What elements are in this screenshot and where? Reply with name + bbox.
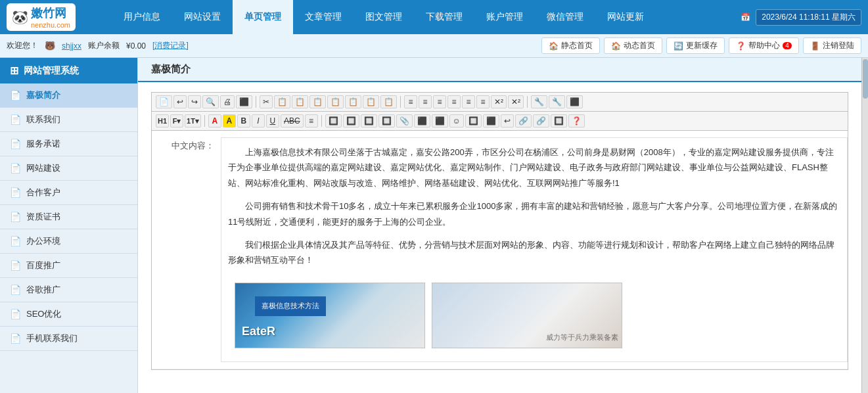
tb-paste-btn[interactable]: 📋 bbox=[292, 95, 308, 108]
tb-copy-btn[interactable]: 📋 bbox=[274, 95, 290, 108]
file-icon: 📄 bbox=[10, 90, 21, 101]
dynamic-home-button[interactable]: 🏠 动态首页 bbox=[604, 37, 662, 54]
tb-break-btn[interactable]: ↩ bbox=[501, 114, 514, 127]
sidebar-item-seo[interactable]: 📄 SEO优化 bbox=[0, 302, 137, 327]
sidebar-label: SEO优化 bbox=[26, 308, 61, 320]
tb-find-btn[interactable]: 🔍 bbox=[202, 95, 219, 108]
tb-table-btn[interactable]: ⬛ bbox=[432, 114, 448, 127]
tb-bold-btn[interactable]: B bbox=[237, 114, 250, 127]
tb-ul-btn[interactable]: ≡ bbox=[476, 95, 490, 108]
file-icon: 📄 bbox=[10, 114, 21, 125]
sidebar-item-mobile-contact[interactable]: 📄 手机联系我们 bbox=[0, 327, 137, 351]
tb-media-btn[interactable]: ⬛ bbox=[414, 114, 430, 127]
tb-template-btn[interactable]: 🔲 bbox=[465, 114, 482, 127]
tb-h1-btn[interactable]: H1 bbox=[156, 114, 169, 127]
tb-align-justify-btn[interactable]: ≡ bbox=[447, 95, 461, 108]
tb-spell2-btn[interactable]: 🔧 bbox=[549, 95, 565, 108]
tb-fontcolor-btn[interactable]: A bbox=[208, 114, 221, 127]
sidebar-item-baidu[interactable]: 📄 百度推广 bbox=[0, 254, 137, 278]
tb-img4-btn[interactable]: 🔲 bbox=[378, 114, 395, 127]
tb-outdent-btn[interactable]: ✕² bbox=[508, 95, 524, 108]
tb-spell-btn[interactable]: 🔧 bbox=[531, 95, 547, 108]
tb-unlink-btn[interactable]: 🔗 bbox=[533, 114, 549, 127]
sidebar-item-contact[interactable]: 📄 联系我们 bbox=[0, 108, 137, 132]
nav-item-update[interactable]: 网站更新 bbox=[595, 0, 656, 34]
tb-align-right-btn[interactable]: ≡ bbox=[433, 95, 446, 108]
tb-blockquote-btn[interactable]: ≡ bbox=[305, 114, 318, 127]
editor-container: 📄 ↩ ↪ 🔍 🖨 ⬛ ✂ 📋 📋 📋 📋 📋 📋 📋 bbox=[151, 92, 848, 370]
tb-link-btn[interactable]: 🔗 bbox=[515, 114, 532, 127]
tb-paste-text-btn[interactable]: 📋 bbox=[309, 95, 326, 108]
sidebar-item-jiaji-intro[interactable]: 📄 嘉极简介 bbox=[0, 83, 137, 108]
tb-word-count-btn[interactable]: 📋 bbox=[380, 95, 397, 108]
username-link[interactable]: shjjxx bbox=[62, 41, 81, 51]
tb-attach-btn[interactable]: 📎 bbox=[396, 114, 413, 127]
tb-ol-btn[interactable]: ≡ bbox=[462, 95, 475, 108]
tb-img3-btn[interactable]: 🔲 bbox=[361, 114, 377, 127]
nav-item-download[interactable]: 下载管理 bbox=[414, 0, 474, 34]
nav-item-singlepage[interactable]: 单页管理 bbox=[233, 0, 293, 34]
logo-main-text: 嫩竹网 bbox=[31, 5, 70, 21]
form-content-area: 上海嘉极信息技术有限公司坐落于古城嘉定，嘉安公路200弄，市区分公司在杨浦区，公… bbox=[214, 137, 848, 362]
tb-cut-btn[interactable]: ✂ bbox=[260, 95, 273, 108]
sidebar-item-qualifications[interactable]: 📄 资质证书 bbox=[0, 205, 137, 229]
sidebar-label: 网站建设 bbox=[26, 162, 60, 174]
logo[interactable]: 🐼 嫩竹网 nenzhu.com bbox=[7, 3, 76, 31]
tb-align-left-btn[interactable]: ≡ bbox=[404, 95, 417, 108]
sidebar-item-promise[interactable]: 📄 服务承诺 bbox=[0, 132, 137, 156]
help-center-button[interactable]: ❓ 帮助中心 4 bbox=[729, 37, 799, 54]
logout-button[interactable]: 🚪 注销登陆 bbox=[803, 37, 861, 54]
nav-item-wechat[interactable]: 微信管理 bbox=[535, 0, 595, 34]
tb-font-select-btn[interactable]: F▾ bbox=[170, 114, 183, 127]
tb-fontsize-btn[interactable]: 1T▾ bbox=[185, 114, 201, 127]
sidebar-label: 谷歌推广 bbox=[26, 284, 60, 296]
tb-anchor-btn[interactable]: 🔲 bbox=[551, 114, 567, 127]
tb-chars-btn[interactable]: ⬛ bbox=[483, 114, 499, 127]
tb-remove-format-btn[interactable]: 📋 bbox=[363, 95, 379, 108]
refresh-cache-button[interactable]: 🔄 更新缓存 bbox=[666, 37, 725, 54]
static-home-button[interactable]: 🏠 静态首页 bbox=[541, 37, 600, 54]
nav-item-articles[interactable]: 文章管理 bbox=[293, 0, 354, 34]
account-label: 账户余额 bbox=[88, 40, 120, 51]
consume-record-link[interactable]: [消费记录] bbox=[152, 40, 189, 51]
tb-smiley-btn[interactable]: ☺ bbox=[449, 114, 464, 127]
tb-img-btn[interactable]: 🔲 bbox=[325, 114, 342, 127]
nav-links: 用户信息 网站设置 单页管理 文章管理 图文管理 下载管理 账户管理 微信管理 … bbox=[112, 0, 741, 34]
refresh-icon: 🔄 bbox=[674, 41, 683, 51]
tb-italic-btn[interactable]: I bbox=[252, 114, 265, 127]
sidebar-header: ⊞ 网站管理系统 bbox=[0, 58, 137, 83]
file-icon: 📄 bbox=[10, 309, 21, 319]
sidebar-item-partners[interactable]: 📄 合作客户 bbox=[0, 181, 137, 205]
tb-align-center-btn[interactable]: ≡ bbox=[419, 95, 432, 108]
tb-indent-btn[interactable]: ✕² bbox=[491, 95, 507, 108]
img-sign-box: 嘉极信息技术方法 bbox=[255, 296, 326, 316]
tb-bgcolor-btn[interactable]: A bbox=[223, 114, 236, 127]
tb-source-btn[interactable]: 📄 bbox=[156, 95, 172, 108]
tb-fullscreen-btn[interactable]: ⬛ bbox=[236, 95, 252, 108]
tb-help-btn[interactable]: ❓ bbox=[568, 114, 585, 127]
tb-strike-btn[interactable]: ABC bbox=[281, 114, 304, 127]
tb-redo-btn[interactable]: ↪ bbox=[188, 95, 201, 108]
img-sign-text: EateR bbox=[242, 321, 275, 342]
img2-overlay-text: 威力等于兵力乘装备素 bbox=[546, 331, 618, 344]
sidebar-item-office[interactable]: 📄 办公环境 bbox=[0, 229, 137, 254]
chinese-content-editor[interactable]: 上海嘉极信息技术有限公司坐落于古城嘉定，嘉安公路200弄，市区分公司在杨浦区，公… bbox=[221, 137, 848, 362]
editor-toolbar: 📄 ↩ ↪ 🔍 🖨 ⬛ ✂ 📋 📋 📋 📋 📋 📋 📋 bbox=[152, 93, 848, 112]
nav-item-siteconfig[interactable]: 网站设置 bbox=[172, 0, 233, 34]
sidebar-item-website-build[interactable]: 📄 网站建设 bbox=[0, 156, 137, 181]
tb-paste-word-btn[interactable]: 📋 bbox=[327, 95, 344, 108]
tb-maximize-btn[interactable]: ⬛ bbox=[566, 95, 583, 108]
tb-underline-btn[interactable]: U bbox=[266, 114, 279, 127]
file-icon: 📄 bbox=[10, 333, 21, 344]
nav-item-account[interactable]: 账户管理 bbox=[474, 0, 535, 34]
tb-undo-btn[interactable]: ↩ bbox=[173, 95, 187, 108]
nav-right: 📅 2023/6/24 11:18:11 星期六 bbox=[741, 9, 861, 26]
sidebar-item-google[interactable]: 📄 谷歌推广 bbox=[0, 278, 137, 302]
tb-img2-btn[interactable]: 🔲 bbox=[343, 114, 359, 127]
tb-print-btn[interactable]: 🖨 bbox=[220, 95, 235, 108]
right-scrollbar[interactable] bbox=[861, 58, 868, 393]
nav-item-imgtext[interactable]: 图文管理 bbox=[354, 0, 414, 34]
tb-select-all-btn[interactable]: 📋 bbox=[345, 95, 361, 108]
nav-item-userinfo[interactable]: 用户信息 bbox=[112, 0, 172, 34]
toolbar-row-2: H1 F▾ 1T▾ A A B I U ABC ≡ 🔲 🔲 🔲 🔲 bbox=[156, 114, 585, 127]
